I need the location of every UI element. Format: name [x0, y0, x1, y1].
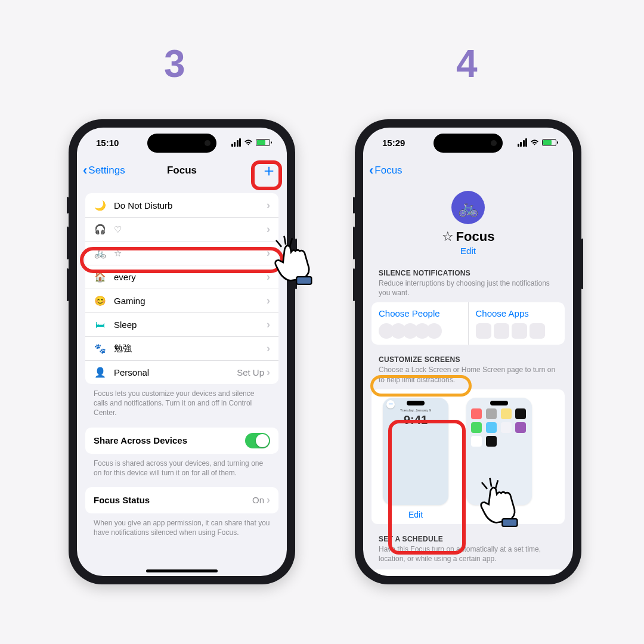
footer-note: When you give an app permission, it can …: [77, 513, 287, 547]
chevron-right-icon: ›: [267, 318, 270, 331]
silence-card: Choose People Choose Apps: [371, 302, 565, 345]
status-time: 15:29: [382, 138, 405, 148]
list-item[interactable]: 🚲 ☆ ›: [85, 241, 278, 265]
svg-line-4: [482, 482, 487, 489]
app-placeholders: [476, 323, 558, 339]
phone-mockup-right: 15:29 ‹ Focus 🚲 ☆Focus Edit SILENCE NOTI…: [355, 119, 581, 584]
chevron-right-icon: ›: [267, 366, 270, 379]
battery-icon: [256, 139, 270, 146]
choose-people-button[interactable]: Choose People: [371, 302, 469, 345]
preview-app-grid: [471, 408, 527, 447]
step-number-4: 4: [456, 42, 478, 86]
nav-bar: ‹ Focus: [363, 157, 573, 184]
tap-pointer-icon: [265, 235, 319, 289]
star-icon: ☆: [442, 229, 454, 244]
list-item[interactable]: 🌙 Do Not Disturb ›: [85, 193, 278, 217]
chevron-left-icon: ‹: [83, 164, 87, 177]
section-header-customize: CUSTOMIZE SCREENS: [363, 345, 573, 365]
chevron-right-icon: ›: [267, 223, 270, 236]
section-desc: Reduce interruptions by choosing just th…: [363, 278, 573, 302]
row-label: Share Across Devices: [94, 435, 245, 445]
smart-activation-row[interactable]: ✦ Smart Activation: [371, 569, 565, 576]
row-value: On: [252, 495, 264, 505]
headphones-icon: 🎧: [94, 224, 107, 235]
section-desc: Have this Focus turn on automatically at…: [363, 544, 573, 568]
row-label: every: [114, 272, 267, 282]
row-label: 勉強: [114, 343, 267, 354]
row-label: ☆: [114, 248, 267, 259]
row-value: Set Up: [237, 367, 264, 377]
screen-left: 15:10 ‹ Settings Focus ＋ 🌙 Do Not Distur…: [77, 128, 287, 576]
preview-date: Tuesday, January 9: [400, 408, 431, 412]
paw-icon: 🐾: [94, 343, 107, 354]
chevron-left-icon: ‹: [369, 164, 373, 177]
back-button[interactable]: ‹ Focus: [369, 164, 402, 177]
game-icon: 😊: [94, 295, 107, 306]
wifi-icon: [243, 139, 253, 146]
back-button[interactable]: ‹ Settings: [83, 164, 125, 177]
focus-list-card: 🌙 Do Not Disturb › 🎧 ♡ › 🚲 ☆ › 🏠 every: [85, 193, 278, 384]
phone-mockup-left: 15:10 ‹ Settings Focus ＋ 🌙 Do Not Distur…: [69, 119, 295, 584]
section-header-silence: SILENCE NOTIFICATIONS: [363, 256, 573, 278]
share-toggle[interactable]: [245, 433, 270, 448]
home-indicator: [146, 569, 218, 572]
list-item[interactable]: 🐾 勉強 ›: [85, 336, 278, 360]
footer-note: Focus is shared across your devices, and…: [77, 454, 287, 487]
people-avatars: [379, 323, 461, 339]
row-label: Do Not Disturb: [114, 200, 267, 210]
footer-note: Focus lets you customize your devices an…: [77, 384, 287, 428]
choose-apps-label: Choose Apps: [476, 308, 558, 318]
add-button[interactable]: ＋: [257, 159, 281, 182]
row-label: Personal: [114, 367, 237, 377]
row-label: Sleep: [114, 320, 267, 330]
signal-icon: [518, 138, 528, 147]
list-item[interactable]: 🎧 ♡ ›: [85, 217, 278, 241]
back-label: Settings: [88, 165, 125, 177]
page-title: Focus: [167, 165, 197, 177]
section-desc: Choose a Lock Screen or Home Screen page…: [363, 365, 573, 389]
edit-link[interactable]: Edit: [363, 246, 573, 256]
wifi-icon: [530, 139, 540, 146]
dynamic-island: [147, 134, 216, 153]
focus-title: ☆Focus: [363, 229, 573, 244]
signal-icon: [231, 138, 242, 147]
list-item[interactable]: 😊 Gaming ›: [85, 289, 278, 312]
status-time: 15:10: [96, 138, 119, 148]
chevron-right-icon: ›: [267, 342, 270, 355]
moon-icon: 🌙: [94, 200, 107, 211]
svg-line-2: [290, 238, 292, 246]
svg-rect-3: [296, 277, 311, 284]
nav-bar: ‹ Settings Focus ＋: [77, 157, 287, 184]
choose-people-label: Choose People: [379, 308, 461, 318]
remove-icon[interactable]: −: [386, 400, 395, 408]
section-header-schedule: SET A SCHEDULE: [363, 524, 573, 544]
list-item[interactable]: 🏠 every ›: [85, 265, 278, 289]
step-number-3: 3: [164, 42, 185, 86]
list-item[interactable]: 👤 Personal Set Up ›: [85, 360, 278, 384]
choose-apps-button[interactable]: Choose Apps: [469, 302, 565, 345]
row-label: Focus Status: [94, 495, 252, 505]
preview-time: 9:41: [404, 413, 428, 427]
bicycle-icon: 🚲: [94, 247, 107, 259]
focus-status-card: Focus Status On ›: [85, 487, 278, 513]
chevron-right-icon: ›: [267, 199, 270, 212]
tap-pointer-icon: [471, 477, 525, 531]
bed-icon: 🛏: [94, 320, 107, 330]
svg-line-1: [284, 236, 286, 244]
share-card: Share Across Devices: [85, 428, 278, 454]
house-icon: 🏠: [94, 271, 107, 283]
dynamic-island: [434, 134, 503, 153]
chevron-right-icon: ›: [267, 295, 270, 307]
svg-rect-7: [502, 519, 517, 527]
person-icon: 👤: [94, 367, 107, 378]
focus-status-row[interactable]: Focus Status On ›: [85, 487, 278, 513]
schedule-card: ✦ Smart Activation: [371, 569, 565, 576]
chevron-right-icon: ›: [267, 494, 270, 506]
plus-icon: ＋: [261, 159, 277, 182]
lock-screen-preview[interactable]: − Tuesday, January 9 9:41 Edit: [380, 398, 451, 519]
row-label: Gaming: [114, 296, 267, 306]
share-row[interactable]: Share Across Devices: [85, 428, 278, 454]
edit-lock-screen-button[interactable]: Edit: [380, 510, 451, 519]
list-item[interactable]: 🛏 Sleep ›: [85, 312, 278, 336]
battery-icon: [542, 139, 556, 146]
